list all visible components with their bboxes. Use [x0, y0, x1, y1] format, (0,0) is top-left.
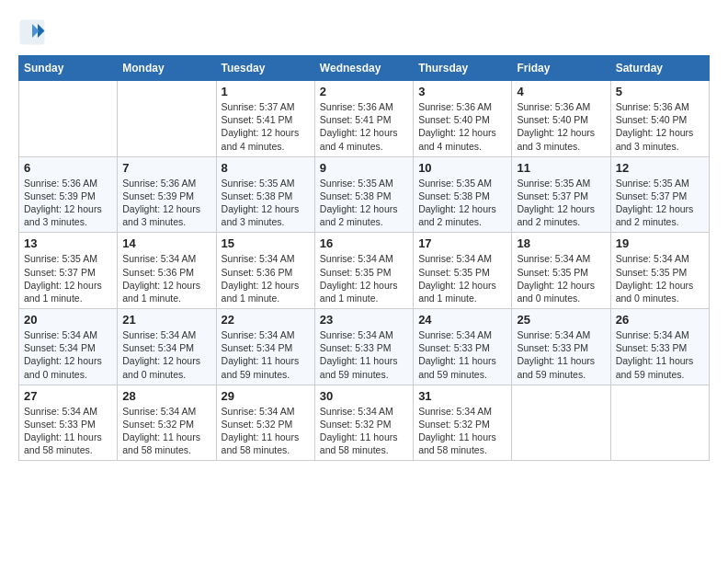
calendar-cell: 27Sunrise: 5:34 AMSunset: 5:33 PMDayligh… — [19, 385, 118, 461]
cell-info: Sunrise: 5:36 AMSunset: 5:40 PMDaylight:… — [616, 100, 704, 153]
cell-info: Sunrise: 5:34 AMSunset: 5:35 PMDaylight:… — [320, 252, 408, 304]
cell-info: Sunrise: 5:35 AMSunset: 5:38 PMDaylight:… — [320, 177, 408, 229]
cell-info: Sunrise: 5:34 AMSunset: 5:33 PMDaylight:… — [320, 328, 408, 381]
cell-info: Sunrise: 5:34 AMSunset: 5:34 PMDaylight:… — [24, 328, 112, 381]
calendar-cell — [118, 81, 216, 157]
cell-info: Sunrise: 5:35 AMSunset: 5:38 PMDaylight:… — [418, 177, 506, 229]
cell-info: Sunrise: 5:36 AMSunset: 5:41 PMDaylight:… — [320, 100, 408, 153]
calendar-cell — [512, 385, 610, 461]
cell-day-number: 25 — [517, 313, 605, 327]
cell-info: Sunrise: 5:34 AMSunset: 5:35 PMDaylight:… — [517, 252, 605, 304]
cell-day-number: 16 — [320, 236, 408, 250]
cell-day-number: 23 — [320, 313, 408, 327]
header-row: SundayMondayTuesdayWednesdayThursdayFrid… — [19, 56, 710, 81]
calendar-cell: 4Sunrise: 5:36 AMSunset: 5:40 PMDaylight… — [512, 81, 610, 157]
cell-day-number: 20 — [24, 313, 112, 327]
cell-day-number: 2 — [320, 85, 408, 98]
weekday-header: Tuesday — [216, 56, 314, 81]
calendar-cell: 17Sunrise: 5:34 AMSunset: 5:35 PMDayligh… — [414, 233, 512, 309]
calendar-cell: 22Sunrise: 5:34 AMSunset: 5:34 PMDayligh… — [216, 309, 314, 385]
calendar-cell: 18Sunrise: 5:34 AMSunset: 5:35 PMDayligh… — [512, 233, 610, 309]
calendar-week-row: 20Sunrise: 5:34 AMSunset: 5:34 PMDayligh… — [19, 309, 710, 385]
cell-day-number: 26 — [616, 313, 704, 327]
weekday-header: Thursday — [414, 56, 512, 81]
cell-day-number: 17 — [418, 236, 506, 250]
cell-info: Sunrise: 5:34 AMSunset: 5:32 PMDaylight:… — [320, 405, 408, 457]
calendar-cell: 19Sunrise: 5:34 AMSunset: 5:35 PMDayligh… — [610, 233, 709, 309]
calendar-cell: 14Sunrise: 5:34 AMSunset: 5:36 PMDayligh… — [118, 233, 216, 309]
cell-day-number: 18 — [517, 236, 605, 250]
cell-day-number: 5 — [616, 85, 704, 98]
calendar-cell: 28Sunrise: 5:34 AMSunset: 5:32 PMDayligh… — [118, 385, 216, 461]
cell-info: Sunrise: 5:34 AMSunset: 5:33 PMDaylight:… — [24, 405, 112, 457]
cell-info: Sunrise: 5:34 AMSunset: 5:33 PMDaylight:… — [616, 328, 704, 381]
calendar-cell — [19, 81, 118, 157]
calendar-week-row: 6Sunrise: 5:36 AMSunset: 5:39 PMDaylight… — [19, 156, 710, 233]
cell-day-number: 13 — [24, 236, 112, 250]
cell-info: Sunrise: 5:34 AMSunset: 5:36 PMDaylight:… — [122, 252, 210, 304]
cell-info: Sunrise: 5:34 AMSunset: 5:32 PMDaylight:… — [122, 405, 210, 457]
cell-info: Sunrise: 5:36 AMSunset: 5:40 PMDaylight:… — [517, 100, 605, 153]
cell-day-number: 14 — [122, 236, 210, 250]
calendar-cell: 9Sunrise: 5:35 AMSunset: 5:38 PMDaylight… — [314, 156, 413, 233]
cell-info: Sunrise: 5:35 AMSunset: 5:38 PMDaylight:… — [222, 177, 310, 229]
cell-day-number: 30 — [320, 389, 408, 403]
calendar-cell: 3Sunrise: 5:36 AMSunset: 5:40 PMDaylight… — [414, 81, 512, 157]
calendar-body: 1Sunrise: 5:37 AMSunset: 5:41 PMDaylight… — [19, 81, 710, 461]
calendar-cell: 29Sunrise: 5:34 AMSunset: 5:32 PMDayligh… — [216, 385, 314, 461]
calendar-cell: 31Sunrise: 5:34 AMSunset: 5:32 PMDayligh… — [414, 385, 512, 461]
page-container: SundayMondayTuesdayWednesdayThursdayFrid… — [18, 18, 710, 461]
calendar-header: SundayMondayTuesdayWednesdayThursdayFrid… — [19, 56, 710, 81]
cell-info: Sunrise: 5:34 AMSunset: 5:34 PMDaylight:… — [222, 328, 310, 381]
logo-icon — [18, 18, 46, 46]
calendar-cell: 20Sunrise: 5:34 AMSunset: 5:34 PMDayligh… — [19, 309, 118, 385]
cell-day-number: 12 — [616, 161, 704, 175]
cell-info: Sunrise: 5:35 AMSunset: 5:37 PMDaylight:… — [616, 177, 704, 229]
weekday-header: Monday — [118, 56, 216, 81]
cell-info: Sunrise: 5:37 AMSunset: 5:41 PMDaylight:… — [222, 100, 310, 153]
cell-day-number: 28 — [122, 389, 210, 403]
weekday-header: Saturday — [610, 56, 709, 81]
cell-day-number: 3 — [418, 85, 506, 98]
cell-day-number: 27 — [24, 389, 112, 403]
cell-day-number: 31 — [418, 389, 506, 403]
cell-day-number: 24 — [418, 313, 506, 327]
calendar-week-row: 27Sunrise: 5:34 AMSunset: 5:33 PMDayligh… — [19, 385, 710, 461]
cell-day-number: 4 — [517, 85, 605, 98]
calendar-cell — [610, 385, 709, 461]
calendar-cell: 5Sunrise: 5:36 AMSunset: 5:40 PMDaylight… — [610, 81, 709, 157]
header — [18, 18, 710, 46]
calendar-cell: 11Sunrise: 5:35 AMSunset: 5:37 PMDayligh… — [512, 156, 610, 233]
calendar-week-row: 13Sunrise: 5:35 AMSunset: 5:37 PMDayligh… — [19, 233, 710, 309]
calendar-cell: 10Sunrise: 5:35 AMSunset: 5:38 PMDayligh… — [414, 156, 512, 233]
calendar-cell: 26Sunrise: 5:34 AMSunset: 5:33 PMDayligh… — [610, 309, 709, 385]
cell-info: Sunrise: 5:34 AMSunset: 5:32 PMDaylight:… — [222, 405, 310, 457]
cell-day-number: 1 — [222, 85, 310, 98]
cell-info: Sunrise: 5:35 AMSunset: 5:37 PMDaylight:… — [517, 177, 605, 229]
cell-day-number: 11 — [517, 161, 605, 175]
calendar-cell: 16Sunrise: 5:34 AMSunset: 5:35 PMDayligh… — [314, 233, 413, 309]
calendar-cell: 13Sunrise: 5:35 AMSunset: 5:37 PMDayligh… — [19, 233, 118, 309]
cell-day-number: 19 — [616, 236, 704, 250]
cell-info: Sunrise: 5:36 AMSunset: 5:40 PMDaylight:… — [418, 100, 506, 153]
cell-info: Sunrise: 5:34 AMSunset: 5:35 PMDaylight:… — [418, 252, 506, 304]
calendar-week-row: 1Sunrise: 5:37 AMSunset: 5:41 PMDaylight… — [19, 81, 710, 157]
calendar-cell: 30Sunrise: 5:34 AMSunset: 5:32 PMDayligh… — [314, 385, 413, 461]
calendar-cell: 6Sunrise: 5:36 AMSunset: 5:39 PMDaylight… — [19, 156, 118, 233]
cell-info: Sunrise: 5:35 AMSunset: 5:37 PMDaylight:… — [24, 252, 112, 304]
cell-day-number: 21 — [122, 313, 210, 327]
calendar-cell: 2Sunrise: 5:36 AMSunset: 5:41 PMDaylight… — [314, 81, 413, 157]
cell-day-number: 9 — [320, 161, 408, 175]
calendar-cell: 12Sunrise: 5:35 AMSunset: 5:37 PMDayligh… — [610, 156, 709, 233]
cell-day-number: 22 — [222, 313, 310, 327]
calendar-cell: 24Sunrise: 5:34 AMSunset: 5:33 PMDayligh… — [414, 309, 512, 385]
cell-day-number: 8 — [222, 161, 310, 175]
weekday-header: Wednesday — [314, 56, 413, 81]
cell-info: Sunrise: 5:36 AMSunset: 5:39 PMDaylight:… — [122, 177, 210, 229]
calendar-cell: 1Sunrise: 5:37 AMSunset: 5:41 PMDaylight… — [216, 81, 314, 157]
logo — [18, 18, 50, 46]
weekday-header: Sunday — [19, 56, 118, 81]
cell-info: Sunrise: 5:34 AMSunset: 5:33 PMDaylight:… — [517, 328, 605, 381]
cell-info: Sunrise: 5:34 AMSunset: 5:33 PMDaylight:… — [418, 328, 506, 381]
cell-day-number: 15 — [222, 236, 310, 250]
